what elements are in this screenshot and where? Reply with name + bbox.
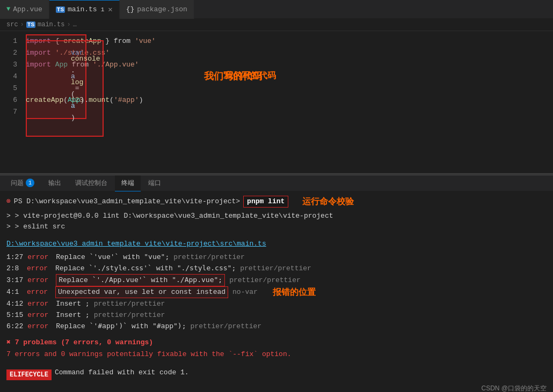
modified-indicator: 1 [101, 6, 105, 13]
err-row-2: 2:8 error Replace `'./style.css'` with "… [6, 263, 547, 274]
terminal-prompt-line: ⊗ PS D:\workspace\vue3_admin_template_vi… [6, 196, 547, 208]
annotation-error-pos: 报错的位置 [273, 287, 316, 298]
terminal-content[interactable]: ⊗ PS D:\workspace\vue3_admin_template_vi… [0, 191, 553, 392]
tab-ports[interactable]: 端口 [142, 175, 168, 191]
tab-app-vue-label: App.vue [13, 5, 42, 13]
editor: 1 2 3 4 5 6 7 import { createApp } from … [0, 31, 553, 173]
vue-icon: ▼ [6, 5, 10, 13]
term-error-path-line: D:\workspace\vue3_admin_template_vite\vi… [6, 239, 547, 249]
tab-debug[interactable]: 调试控制台 [69, 175, 114, 191]
code-line-4: var a = 123 我们写的代码 [26, 71, 553, 83]
code-line-3: import App from './App.vue' [26, 59, 553, 71]
err-row-5: 4:12 error Insert ; prettier/prettier [6, 298, 547, 309]
breadcrumb-sep2: › [67, 21, 70, 28]
term-info-line1: > > vite-project@0.0.0 lint D:\workspace… [6, 211, 547, 221]
tab-problems-label: 问题 [11, 179, 24, 188]
err-row-7: 6:22 error Replace `'#app')` with "#app"… [6, 321, 547, 332]
tab-main-ts[interactable]: TS main.ts 1 ✕ [49, 0, 120, 19]
code-line-6: createApp ( App ). mount ( '#app' ) [26, 94, 553, 106]
ts-badge: TS [26, 21, 35, 28]
tab-terminal-label: 终端 [121, 179, 134, 188]
lifecycle-label: ELIFECYCLE [6, 369, 52, 380]
lifecycle-line: ELIFECYCLE Command failed with exit code… [6, 365, 547, 380]
panel-tabs: 问题 1 输出 调试控制台 终端 端口 [0, 175, 553, 191]
code-area[interactable]: import { createApp } from 'vue' import '… [21, 31, 553, 173]
code-highlight-box-line5: console . log ( a ) [26, 40, 104, 137]
term-info1: > vite-project@0.0.0 lint D:\workspace\v… [15, 212, 333, 220]
err-row-3: 3:17 error Replace `'./App.vue'` with ".… [6, 274, 547, 286]
breadcrumb-ellipsis: … [73, 21, 77, 28]
term-arrow2: > [6, 223, 15, 231]
terminal-prompt: PS D:\workspace\vue3_admin_template_vite… [14, 196, 240, 207]
close-icon[interactable]: ✕ [108, 5, 112, 14]
breadcrumb-file: main.ts [38, 21, 64, 28]
credit-text: CSDN @口袋的的天空 [481, 383, 547, 392]
annotation-our-code: 我们写的代码 [224, 70, 276, 82]
tab-problems[interactable]: 问题 1 [4, 175, 41, 191]
error-list: 1:27 error Replace `'vue'` with "vue"; p… [6, 252, 547, 332]
fixable-note: 7 errors and 0 warnings potentially fixa… [6, 349, 547, 360]
lifecycle-msg: Command failed with exit code 1. [55, 367, 189, 378]
tab-package-json-label: package.json [137, 5, 187, 13]
tab-app-vue[interactable]: ▼ App.vue [0, 0, 49, 19]
tab-main-ts-label: main.ts [68, 5, 97, 13]
problems-badge: 1 [26, 179, 34, 187]
tab-output-label: 输出 [48, 179, 61, 188]
ts-icon: TS [56, 6, 65, 13]
code-line-1: import { createApp } from 'vue' [26, 35, 553, 47]
tab-terminal[interactable]: 终端 [115, 175, 141, 191]
code-line-2: import './style.css' [26, 47, 553, 59]
term-error-path: D:\workspace\vue3_admin_template_vite\vi… [6, 240, 266, 248]
code-line-5: console . log ( a ) [26, 83, 553, 94]
annotation-run-cmd: 运行命令校验 [302, 196, 354, 207]
line-numbers: 1 2 3 4 5 6 7 [0, 31, 21, 173]
err-row-1: 1:27 error Replace `'vue'` with "vue"; p… [6, 252, 547, 263]
breadcrumb-sep1: › [20, 21, 24, 28]
code-line-7 [26, 106, 553, 118]
term-info-line2: > > eslint src [6, 221, 547, 232]
terminal-command-box: pnpm lint [243, 196, 288, 208]
problems-summary: ✖ 7 problems (7 errors, 0 warnings) [6, 337, 547, 348]
tab-debug-label: 调试控制台 [75, 179, 107, 188]
error-circle-icon: ⊗ [6, 196, 11, 207]
breadcrumb: src › TS main.ts › … [0, 19, 553, 31]
tab-output[interactable]: 输出 [42, 175, 68, 191]
term-info2: > eslint src [15, 223, 66, 231]
tab-bar: ▼ App.vue TS main.ts 1 ✕ {} package.json [0, 0, 553, 19]
err-row-6: 5:15 error Insert ; prettier/prettier [6, 309, 547, 321]
breadcrumb-src: src [6, 21, 18, 28]
tab-package-json[interactable]: {} package.json [120, 0, 194, 19]
term-arrow1: > [6, 212, 15, 220]
tab-ports-label: 端口 [148, 179, 161, 188]
terminal-panel: 问题 1 输出 调试控制台 终端 端口 ⊗ PS D:\workspace\vu… [0, 175, 553, 392]
err-row-4: 4:1 error Unexpected var, use let or con… [6, 286, 547, 298]
json-icon: {} [126, 5, 135, 13]
